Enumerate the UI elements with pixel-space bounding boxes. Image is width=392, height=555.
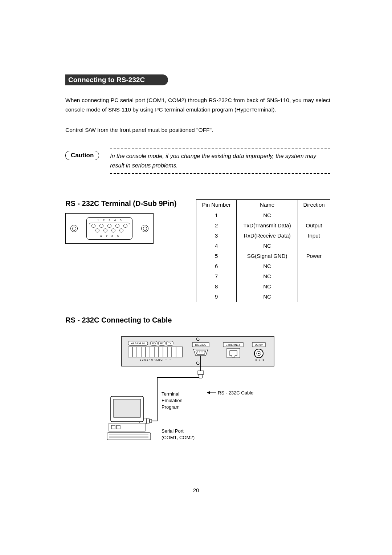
- label-rs232c: RS-232C: [195, 343, 207, 347]
- table-row: 8NC: [196, 281, 330, 292]
- svg-marker-38: [207, 391, 210, 394]
- svg-text:●: ●: [259, 359, 260, 361]
- svg-rect-43: [111, 425, 115, 429]
- svg-rect-44: [117, 425, 120, 429]
- svg-point-30: [258, 353, 260, 354]
- svg-text:(COM1, COM2): (COM1, COM2): [162, 435, 195, 440]
- pin-header-name: Name: [237, 200, 298, 210]
- svg-point-21: [199, 352, 200, 353]
- svg-point-22: [201, 352, 202, 353]
- paragraph-off: Control S/W from the front panel must be…: [65, 125, 330, 135]
- label-terminals: 1 2 0 3 4 0 R/LR/C - + - +: [140, 358, 171, 361]
- dsub-connector-diagram: 1 2 3 4 5 6: [65, 213, 154, 244]
- connection-diagram: ALARM IN RG RX TX 1 2 0 3 4 0 R/LR/C - +…: [107, 335, 289, 454]
- svg-text:⊕: ⊕: [262, 359, 264, 361]
- cable-title: RS - 232C Connecting to Cable: [65, 316, 330, 324]
- table-row: 3RxD(Receive Data)Input: [196, 231, 330, 241]
- section-heading-label: Connecting to RS-232C: [65, 74, 147, 85]
- svg-rect-36: [198, 371, 204, 374]
- svg-point-20: [197, 352, 198, 353]
- label-rg: RG: [152, 342, 156, 345]
- terminal-title: RS - 232C Terminal (D-Sub 9Pin): [65, 199, 181, 208]
- table-row: 2TxD(Transmit Data)Output: [196, 220, 330, 231]
- table-row: 9NC: [196, 292, 330, 302]
- label-alarm-in: ALARM IN: [131, 342, 145, 345]
- caution-text: In the console mode, if you change the e…: [110, 149, 330, 174]
- caution-block: Caution In the console mode, if you chan…: [65, 149, 330, 174]
- page-number: 20: [0, 487, 392, 493]
- svg-rect-41: [114, 399, 140, 417]
- table-row: 1NC: [196, 210, 330, 221]
- table-row: 4NC: [196, 241, 330, 251]
- label-dc5v: DC 5V: [255, 343, 263, 347]
- table-row: 5SG(Signal GND)Power: [196, 251, 330, 261]
- label-tx: TX: [168, 342, 172, 345]
- callout-serial-port-line1: Serial Port: [162, 428, 184, 434]
- dsub-pin-numbers-bottom: 6 7 8 9: [97, 235, 122, 238]
- label-rx: RX: [160, 342, 164, 345]
- svg-text:Emulation: Emulation: [162, 398, 183, 403]
- pin-header-number: Pin Number: [196, 200, 237, 210]
- section-heading: Connecting to RS-232C: [65, 74, 168, 85]
- dsub-screw-icon: [70, 225, 78, 232]
- table-row: 6NC: [196, 261, 330, 271]
- svg-point-24: [204, 352, 205, 353]
- dsub-screw-icon: [141, 225, 148, 232]
- dsub-pin-numbers-top: 1 2 3 4 5: [97, 219, 121, 222]
- section-heading-tail: [147, 74, 168, 85]
- svg-point-23: [203, 352, 204, 353]
- svg-rect-26: [227, 348, 240, 358]
- callout-terminal-emulation-line1: Terminal: [162, 391, 179, 397]
- table-row: 7NC: [196, 271, 330, 281]
- svg-rect-7: [128, 347, 183, 357]
- paragraph-intro: When connecting PC serial port (COM1, CO…: [65, 96, 330, 114]
- callout-cable: RS - 232C Cable: [218, 390, 253, 396]
- caution-badge: Caution: [65, 151, 99, 160]
- svg-text:Program: Program: [162, 404, 180, 410]
- pin-header-direction: Direction: [298, 200, 330, 210]
- label-ethernet: ETHERNET: [226, 343, 241, 347]
- pinout-table: Pin Number Name Direction 1NC 2TxD(Trans…: [196, 199, 330, 302]
